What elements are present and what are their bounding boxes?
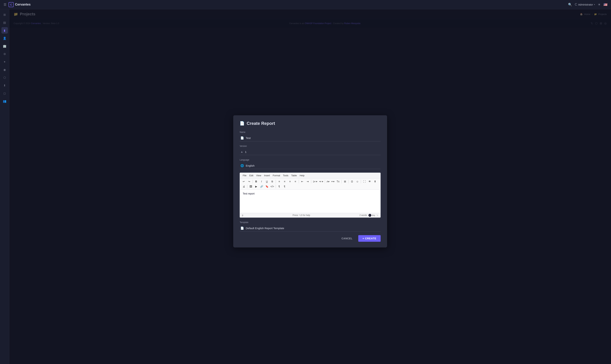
template-field-icon: 📄 xyxy=(240,226,244,230)
menu-format[interactable]: Format xyxy=(271,173,281,178)
main-layout: ⊞ ▤ ▮ 👤 🏢 ⚙ ✦ ◉ ⬡ ⬇ ◻ 👥 📁 Projects 🏠 Hom… xyxy=(0,9,611,364)
rich-text-editor: File Edit View Insert Format Tools Table… xyxy=(240,172,381,218)
fullscreen-button[interactable]: ⛶ xyxy=(362,179,367,184)
sidebar-item-square[interactable]: ◻ xyxy=(1,90,8,96)
language-label: Language xyxy=(240,159,381,161)
language-field-icon: 🌐 xyxy=(240,164,244,167)
modal-title: Create Report xyxy=(247,121,275,126)
editor-toolbar: ↩ ↪ B I U S ≡ ≡ ≡ ≡ ⇤ ⇥ 1≡ ▾ xyxy=(240,178,380,190)
user-menu[interactable]: C Administrator ▾ xyxy=(575,3,595,6)
menu-table[interactable]: Table xyxy=(290,173,298,178)
paragraph-button[interactable]: ¶ xyxy=(277,184,282,189)
user-label: Administrator xyxy=(578,3,593,6)
align-left-button[interactable]: ≡ xyxy=(277,179,282,184)
version-field-icon: ▲ xyxy=(240,150,243,153)
template-input-area: 📄 xyxy=(240,225,381,232)
sidebar-item-projects[interactable]: ▮ xyxy=(1,27,8,34)
code-button[interactable]: </> xyxy=(270,184,275,189)
top-nav-actions: 🔍 C Administrator ▾ ☀ 🇺🇸 xyxy=(568,3,607,7)
modal-title-area: 📄 Create Report xyxy=(240,121,381,126)
sidebar-item-settings[interactable]: ⚙ xyxy=(1,51,8,57)
sidebar-item-clients[interactable]: 🏢 xyxy=(1,43,8,49)
link-button[interactable]: 🔗 xyxy=(259,184,264,189)
preview-button[interactable]: 👁 xyxy=(367,179,372,184)
menu-view[interactable]: View xyxy=(255,173,263,178)
editor-help-text: Press ⌥0 for help xyxy=(293,214,310,217)
sidebar-item-stars[interactable]: ✦ xyxy=(1,59,8,65)
document-icon: 📄 xyxy=(240,121,245,126)
strikethrough-button[interactable]: S xyxy=(270,179,275,184)
menu-help[interactable]: Help xyxy=(298,173,306,178)
language-flag-icon[interactable]: 🇺🇸 xyxy=(603,3,607,7)
align-justify-button[interactable]: ≡ xyxy=(293,179,298,184)
create-report-modal: 📄 Create Report Name 📄 Version ▲ xyxy=(233,115,387,247)
sidebar: ⊞ ▤ ▮ 👤 🏢 ⚙ ✦ ◉ ⬡ ⬇ ◻ 👥 xyxy=(0,9,9,364)
language-input-area: 🌐 xyxy=(240,163,381,169)
hamburger-menu-icon[interactable]: ☰ xyxy=(4,3,6,7)
align-center-button[interactable]: ≡ xyxy=(282,179,287,184)
sidebar-item-users[interactable]: 👤 xyxy=(1,35,8,41)
name-input-area: 📄 xyxy=(240,135,381,141)
unordered-list-dropdown[interactable]: •≡ ▾ xyxy=(318,179,324,184)
language-input[interactable] xyxy=(246,164,380,167)
toolbar-separator-8 xyxy=(361,180,361,183)
cancel-button[interactable]: CANCEL xyxy=(339,235,355,242)
create-button[interactable]: + CREATE xyxy=(358,235,381,242)
modal-footer: CANCEL + CREATE xyxy=(240,235,381,242)
search-icon[interactable]: 🔍 xyxy=(568,3,572,7)
ordered-list-dropdown[interactable]: 1≡ ▾ xyxy=(312,179,318,184)
sidebar-item-reports[interactable]: ◉ xyxy=(1,66,8,73)
name-input[interactable] xyxy=(246,136,380,140)
logo-area: C Cervantes xyxy=(9,2,566,7)
language-field-group: Language 🌐 xyxy=(240,159,381,169)
editor-status-right: 2 words t tiny ⤡ xyxy=(360,214,378,217)
resize-handle-icon[interactable]: ⤡ xyxy=(376,214,378,217)
menu-insert[interactable]: Insert xyxy=(263,173,271,178)
indent-button[interactable]: ⇥ xyxy=(305,179,310,184)
clear-format-button[interactable]: Tx xyxy=(335,179,341,184)
template-input[interactable] xyxy=(246,227,380,230)
toolbar-separator-2 xyxy=(276,180,276,183)
editor-menubar: File Edit View Insert Format Tools Table… xyxy=(240,173,380,178)
version-input-area: ▲ xyxy=(240,149,381,155)
editor-content-area[interactable]: Test report xyxy=(240,190,380,213)
font-color-dropdown[interactable]: A▾ xyxy=(326,179,330,184)
show-blocks-button[interactable]: ¶ xyxy=(282,184,287,189)
sidebar-item-dashboard[interactable]: ⊞ xyxy=(1,12,8,18)
menu-edit[interactable]: Edit xyxy=(248,173,255,178)
version-input[interactable] xyxy=(245,150,380,153)
version-label: Version xyxy=(240,145,381,147)
chevron-down-icon: ▾ xyxy=(594,4,595,6)
bold-button[interactable]: B xyxy=(254,179,259,184)
sidebar-item-team[interactable]: 👥 xyxy=(1,98,8,104)
image-button[interactable]: 🖼 xyxy=(248,184,253,189)
redo-button[interactable]: ↪ xyxy=(247,179,252,184)
highlight-dropdown[interactable]: ✏▾ xyxy=(331,179,335,184)
sidebar-item-calendar[interactable]: ▤ xyxy=(1,19,8,26)
theme-icon[interactable]: ☀ xyxy=(598,3,601,7)
align-right-button[interactable]: ≡ xyxy=(287,179,292,184)
sidebar-item-hex[interactable]: ⬡ xyxy=(1,74,8,81)
tiny-label: tiny xyxy=(372,214,375,216)
italic-button[interactable]: I xyxy=(259,179,264,184)
emoji-button[interactable]: ☺ xyxy=(355,179,360,184)
sidebar-item-download[interactable]: ⬇ xyxy=(1,82,8,89)
editor-element-indicator: p xyxy=(242,214,243,217)
menu-file[interactable]: File xyxy=(241,173,248,178)
tiny-icon: t xyxy=(368,214,371,217)
special-char-button[interactable]: Ω xyxy=(349,179,355,184)
template-label: Template xyxy=(240,221,381,224)
toolbar-separator-7 xyxy=(348,180,349,183)
editor-content: Test report xyxy=(243,192,254,195)
media-button[interactable]: ▶ xyxy=(254,184,259,189)
print-button[interactable]: 🖨 xyxy=(241,184,246,189)
toolbar-separator-6 xyxy=(341,180,342,183)
export-button[interactable]: ⬆ xyxy=(373,179,378,184)
toolbar-separator-1 xyxy=(252,180,253,183)
underline-button[interactable]: U xyxy=(264,179,269,184)
table-button[interactable]: ⊞ xyxy=(343,179,347,184)
menu-tools[interactable]: Tools xyxy=(281,173,290,178)
outdent-button[interactable]: ⇤ xyxy=(300,179,305,184)
undo-button[interactable]: ↩ xyxy=(241,179,246,184)
bookmark-button[interactable]: 🔖 xyxy=(264,184,269,189)
